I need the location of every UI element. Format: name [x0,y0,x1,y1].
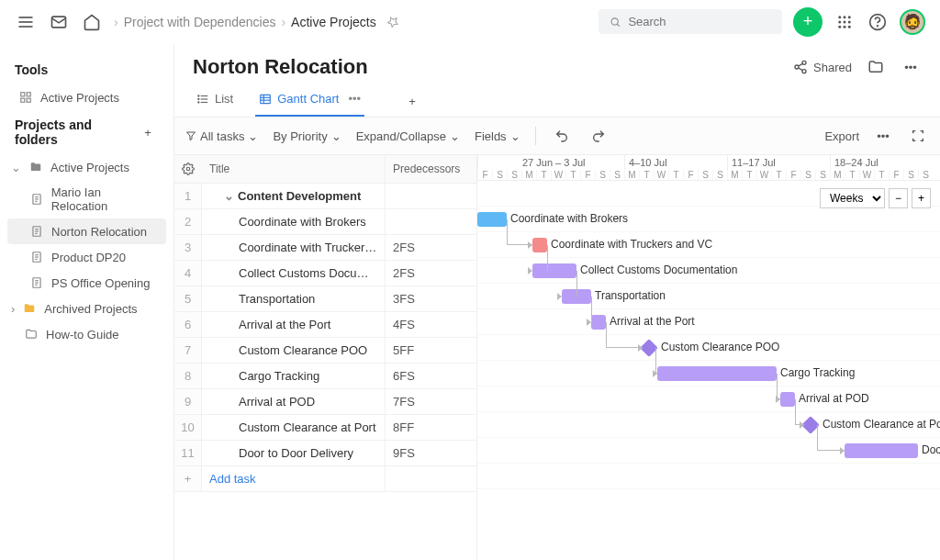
doc-icon [29,224,44,239]
sidebar-folder-archived[interactable]: › Archived Projects [7,296,166,321]
day-label: F [477,170,492,180]
bar-label: Collect Customs Documentation [580,263,737,276]
more-icon[interactable]: ••• [900,56,922,78]
table-row[interactable]: 11Door to Door Delivery9FS [174,441,476,466]
task-pred: 8FF [385,415,476,440]
add-folder-button[interactable]: + [137,121,159,143]
svg-point-14 [848,25,851,28]
expand-collapse[interactable]: Expand/Collapse ⌄ [356,129,460,143]
add-button[interactable]: + [793,7,822,37]
tab-gantt[interactable]: Gantt Chart ••• [255,86,364,117]
row-number: 11 [174,441,202,465]
day-label: T [565,170,580,180]
filter-icon [185,130,196,141]
view-tabs: List Gantt Chart ••• + [174,79,940,118]
timeline-row: Arrival at POD [477,386,940,412]
gear-icon[interactable] [174,155,202,183]
table-row[interactable]: 4Collect Customs Docume...2FS [174,261,476,286]
folder-action-icon[interactable] [865,56,887,78]
sort-priority[interactable]: By Priority ⌄ [273,129,341,143]
table-row[interactable]: 7Custom Clearance POO5FF [174,338,476,364]
table-row[interactable]: 6Arrival at the Port4FS [174,312,476,338]
home-icon[interactable] [81,11,103,33]
toolbar-more-icon[interactable]: ••• [872,125,894,147]
inbox-icon[interactable] [48,11,70,33]
export-button[interactable]: Export [824,129,859,143]
sidebar-item-project[interactable]: Product DP20 [7,244,166,270]
breadcrumb: › Project with Dependencies › Active Pro… [114,11,404,33]
zoom-out-button[interactable]: − [889,188,908,208]
task-title: Transportation [202,286,385,311]
svg-point-39 [802,70,806,73]
gantt-bar[interactable] [532,263,576,278]
gantt-bar[interactable] [591,315,606,330]
sidebar-item-project[interactable]: Norton Relocation [7,218,166,244]
day-label: T [845,170,859,180]
gantt-bar[interactable] [532,238,547,252]
sidebar-item-project[interactable]: Mario Ian Relocation [7,180,166,218]
shared-button[interactable]: Shared [793,60,852,74]
gantt-bar[interactable] [845,443,918,458]
tab-list[interactable]: List [193,86,237,117]
fullscreen-icon[interactable] [907,125,929,147]
table-row[interactable]: 1⌄Content Development [174,184,476,209]
chevron-down-icon[interactable]: ⌄ [224,189,234,203]
redo-icon[interactable] [588,125,610,147]
tool-label: Export [824,129,859,143]
add-tab-button[interactable]: + [401,91,423,113]
tab-more-icon[interactable]: ••• [348,92,361,106]
col-title[interactable]: Title [202,155,385,183]
table-row[interactable]: 3Coordinate with Truckers...2FS [174,235,476,261]
table-row[interactable]: 8Cargo Tracking6FS [174,364,476,389]
tool-label: By Priority [273,129,327,143]
breadcrumb-parent[interactable]: Project with Dependencies [124,15,276,29]
fields-dropdown[interactable]: Fields ⌄ [475,129,520,143]
sidebar-item-project[interactable]: PS Office Opening [7,270,166,296]
arrow-icon [587,319,591,326]
content: Norton Relocation Shared ••• List Gantt … [174,44,940,560]
gantt-bar[interactable] [657,366,777,381]
zoom-select[interactable]: Weeks [820,188,885,208]
table-row[interactable]: 5Transportation3FS [174,286,476,312]
task-pred: 3FS [385,286,476,311]
timeline[interactable]: 27 Jun – 3 Jul4–10 Jul11–17 Jul18–24 Jul… [477,155,940,560]
arrow-icon [776,396,780,403]
col-pred[interactable]: Predecessors [385,155,476,183]
task-pred: 9FS [385,441,476,465]
table-row[interactable]: 2Coordinate with Brokers [174,209,476,235]
table-row[interactable]: 9Arrival at POD7FS [174,389,476,415]
folder-icon [22,301,37,316]
sidebar-item-howto[interactable]: How-to Guide [7,321,166,347]
pin-icon[interactable] [382,11,404,33]
day-label: W [654,170,668,180]
apps-icon[interactable] [834,11,856,33]
help-icon[interactable] [867,11,889,33]
filter-all-tasks[interactable]: All tasks ⌄ [185,129,258,143]
day-label: F [889,170,903,180]
menu-icon[interactable] [15,11,37,33]
row-number: 3 [174,235,202,260]
svg-rect-18 [27,93,30,96]
day-label: S [610,170,624,180]
sidebar-item-active-projects-link[interactable]: Active Projects [7,84,166,110]
zoom-in-button[interactable]: + [912,188,931,208]
timeline-row: Cargo Tracking [477,361,940,386]
dependency-line [606,322,643,348]
search-input[interactable] [599,9,782,34]
chevron-down-icon: ⌄ [450,129,460,143]
tools-heading: Tools [7,55,166,84]
table-row[interactable]: 10Custom Clearance at Port8FF [174,415,476,441]
sidebar-folder-active[interactable]: ⌄ Active Projects [7,154,166,180]
gantt-bar[interactable] [780,392,795,407]
divider [535,127,536,145]
task-title: Arrival at the Port [202,312,385,337]
add-task-row[interactable]: + Add task [174,466,476,492]
day-label: T [668,170,683,180]
gantt-bar[interactable] [477,212,507,227]
task-pred: 4FS [385,312,476,337]
breadcrumb-current[interactable]: Active Projects [291,15,376,29]
search-field[interactable] [628,15,771,28]
avatar[interactable]: 🧔 [900,9,925,35]
undo-icon[interactable] [551,125,573,147]
sidebar-item-label: PS Office Opening [51,276,150,290]
